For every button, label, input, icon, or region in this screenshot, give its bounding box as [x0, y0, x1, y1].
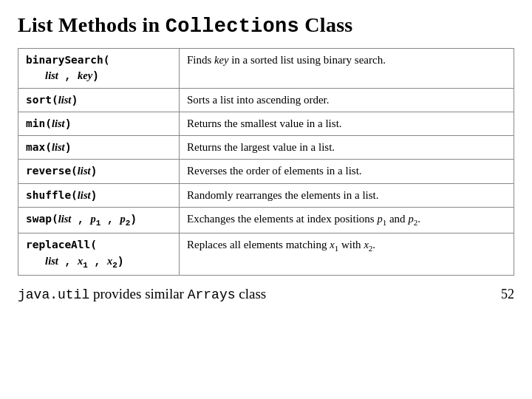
desc-cell: Replaces all elements matching x1 with x…	[180, 233, 514, 276]
table-row: shuffle(list) Randomly rearranges the el…	[18, 183, 514, 207]
title-text-after: Class	[299, 13, 352, 36]
page-title: List Methods in Collections Class	[18, 13, 514, 38]
table-row: binarySearch( list , key) Finds key in a…	[18, 49, 514, 89]
footer: java.util provides similar Arrays class …	[18, 286, 514, 302]
title-mono: Collections	[166, 16, 299, 38]
footer-mono2: Arrays	[188, 287, 236, 302]
page-number: 52	[501, 287, 514, 302]
method-cell: min(list)	[18, 112, 180, 135]
desc-cell: Returns the smallest value in a list.	[180, 112, 514, 135]
footer-text: java.util provides similar Arrays class	[18, 286, 266, 302]
method-cell: binarySearch( list , key)	[18, 49, 180, 89]
method-cell: sort(list)	[18, 88, 180, 112]
table-row: max(list) Returns the largest value in a…	[18, 136, 514, 160]
method-cell: max(list)	[18, 136, 180, 160]
method-cell: swap(list , p1 , p2)	[18, 208, 180, 233]
desc-cell: Returns the largest value in a list.	[180, 136, 514, 160]
desc-cell: Sorts a list into ascending order.	[180, 88, 514, 112]
table-row: swap(list , p1 , p2) Exchanges the eleme…	[18, 208, 514, 233]
method-cell: replaceAll( list , x1 , x2)	[18, 233, 180, 276]
method-cell: reverse(list)	[18, 160, 180, 183]
method-cell: shuffle(list)	[18, 183, 180, 207]
title-text-before: List Methods in	[18, 13, 166, 36]
footer-mono1: java.util	[18, 287, 89, 302]
table-row: replaceAll( list , x1 , x2) Replaces all…	[18, 233, 514, 276]
table-row: sort(list) Sorts a list into ascending o…	[18, 88, 514, 112]
desc-cell: Exchanges the elements at index position…	[180, 208, 514, 233]
desc-cell: Reverses the order of elements in a list…	[180, 160, 514, 183]
desc-cell: Finds key in a sorted list using binary …	[180, 49, 514, 89]
footer-static1: provides similar	[89, 286, 187, 301]
table-row: reverse(list) Reverses the order of elem…	[18, 160, 514, 183]
methods-table: binarySearch( list , key) Finds key in a…	[18, 48, 514, 276]
footer-static2: class	[235, 286, 266, 301]
table-row: min(list) Returns the smallest value in …	[18, 112, 514, 135]
desc-cell: Randomly rearranges the elements in a li…	[180, 183, 514, 207]
